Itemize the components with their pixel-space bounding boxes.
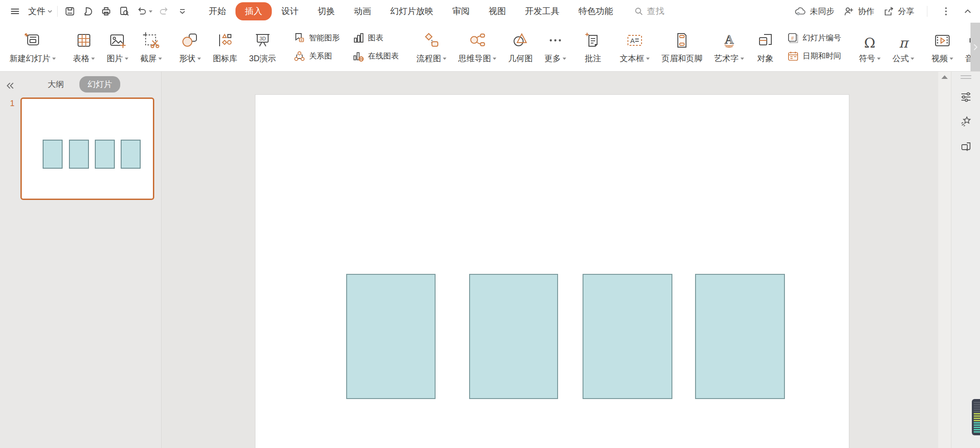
slide-number-label: 幻灯片编号 — [803, 33, 841, 43]
more-options-button[interactable] — [940, 4, 952, 19]
save-button[interactable] — [61, 4, 78, 19]
table-button[interactable]: 表格 — [67, 23, 101, 71]
online-chart-button[interactable]: 在线图表 — [353, 50, 399, 62]
redo-button[interactable] — [156, 4, 173, 19]
shapes-icon — [181, 30, 200, 50]
tab-insert[interactable]: 插入 — [235, 2, 272, 20]
smart-graphic-button[interactable]: 智能图形 — [294, 32, 340, 44]
new-slide-button[interactable]: 新建幻灯片 — [4, 23, 62, 71]
tab-review[interactable]: 审阅 — [443, 2, 479, 20]
undo-dropdown-caret[interactable] — [149, 10, 152, 13]
presentation-3d-label: 3D演示 — [249, 53, 276, 64]
dropdown-caret — [911, 58, 914, 60]
number-date-group: # 幻灯片编号 日期和时间 — [781, 23, 848, 71]
search-icon — [634, 7, 643, 16]
object-label: 对象 — [757, 53, 774, 64]
file-menu-label: 文件 — [28, 5, 45, 17]
search-button[interactable]: 查找 — [634, 5, 664, 17]
slide-shape-rectangle-3[interactable] — [583, 274, 672, 399]
customize-toolbar-button[interactable] — [174, 4, 191, 19]
chevron-right-icon — [973, 43, 978, 51]
slide-number-button[interactable]: # 幻灯片编号 — [787, 32, 841, 44]
print-button[interactable] — [98, 4, 115, 19]
shapes-button[interactable]: 形状 — [173, 23, 207, 71]
tab-slideshow[interactable]: 幻灯片放映 — [381, 2, 443, 20]
datetime-label: 日期和时间 — [803, 51, 841, 61]
share-button[interactable]: 分享 — [883, 6, 914, 17]
dropdown-caret — [197, 58, 201, 60]
object-properties-button[interactable] — [960, 91, 972, 103]
slide-thumbnail-number: 1 — [10, 99, 15, 108]
vertical-scrollbar[interactable] — [938, 72, 951, 448]
dropdown-caret — [740, 58, 744, 60]
undo-button[interactable] — [134, 4, 155, 19]
video-button[interactable]: 视频 — [926, 23, 959, 71]
tab-special-features[interactable]: 特色功能 — [569, 2, 622, 20]
symbol-label: 符号 — [859, 53, 875, 64]
picture-label: 图片 — [107, 53, 123, 64]
header-footer-button[interactable]: 页眉和页脚 — [656, 23, 708, 71]
tab-view[interactable]: 视图 — [479, 2, 515, 20]
relation-diagram-icon — [294, 50, 305, 62]
header-footer-label: 页眉和页脚 — [662, 53, 702, 64]
slide-shape-rectangle-2[interactable] — [469, 274, 558, 399]
wordart-label: 艺术字 — [714, 53, 739, 64]
tab-transition[interactable]: 切换 — [308, 2, 344, 20]
scroll-up-arrow-icon[interactable] — [941, 75, 948, 79]
dropdown-caret — [443, 58, 446, 60]
tab-devtools[interactable]: 开发工具 — [515, 2, 569, 20]
geometry-button[interactable]: 几何图 — [502, 23, 539, 71]
animation-pane-button[interactable] — [960, 115, 972, 128]
datetime-button[interactable]: 日期和时间 — [787, 50, 841, 62]
new-slide-icon — [23, 30, 42, 50]
slide-thumbnail-1[interactable] — [20, 97, 154, 200]
collapse-ribbon-button[interactable] — [961, 4, 975, 19]
hamburger-icon — [10, 6, 20, 16]
sidebar-drag-handle[interactable] — [960, 75, 971, 79]
svg-text:A: A — [630, 37, 635, 44]
comment-button[interactable]: 批注 — [578, 23, 608, 71]
symbol-button[interactable]: Ω 符号 — [853, 23, 887, 71]
ribbon-insert: 新建幻灯片 表格 图片 截屏 形状 — [0, 23, 980, 72]
icon-library-button[interactable]: 图标库 — [207, 23, 243, 71]
wordart-button[interactable]: A 艺术字 — [708, 23, 750, 71]
icon-library-icon — [216, 30, 235, 50]
recording-level-widget[interactable] — [972, 399, 980, 435]
file-menu-button[interactable]: 文件 — [25, 4, 54, 19]
shape-swap-button[interactable] — [960, 140, 972, 152]
object-button[interactable]: 对象 — [750, 23, 781, 71]
collaborate-button[interactable]: 协作 — [843, 6, 874, 17]
flowchart-button[interactable]: 流程图 — [411, 23, 452, 71]
export-button[interactable] — [79, 4, 97, 19]
print-preview-icon — [119, 6, 130, 17]
main-menu-button[interactable] — [6, 4, 24, 19]
picture-button[interactable]: 图片 — [101, 23, 134, 71]
object-icon — [756, 30, 775, 50]
mindmap-button[interactable]: 思维导图 — [452, 23, 502, 71]
screenshot-label: 截屏 — [140, 53, 157, 64]
dropdown-caret — [950, 58, 953, 60]
table-label: 表格 — [73, 53, 89, 64]
tab-animation[interactable]: 动画 — [344, 2, 381, 20]
tab-home[interactable]: 开始 — [199, 2, 235, 20]
sync-status-button[interactable]: 未同步 — [794, 6, 834, 17]
panel-tab-slides[interactable]: 幻灯片 — [79, 76, 120, 93]
icon-library-label: 图标库 — [213, 53, 237, 64]
share-label: 分享 — [898, 6, 914, 17]
print-preview-button[interactable] — [116, 4, 133, 19]
slide-shape-rectangle-4[interactable] — [695, 274, 785, 399]
more-insert-button[interactable]: 更多 — [539, 23, 572, 71]
presentation-3d-button[interactable]: 3D 3D演示 — [243, 23, 282, 71]
omega-icon: Ω — [864, 30, 876, 50]
tab-design[interactable]: 设计 — [272, 2, 308, 20]
screenshot-button[interactable]: 截屏 — [134, 23, 168, 71]
textbox-button[interactable]: A 文本框 — [614, 23, 656, 71]
save-icon — [64, 6, 75, 17]
ribbon-scroll-right-button[interactable] — [970, 23, 980, 71]
slide-shape-rectangle-1[interactable] — [346, 274, 436, 399]
formula-button[interactable]: π 公式 — [887, 23, 920, 71]
panel-tab-outline[interactable]: 大纲 — [41, 76, 70, 93]
comment-icon — [583, 30, 603, 50]
relation-diagram-button[interactable]: 关系图 — [294, 50, 340, 62]
chart-button[interactable]: 图表 — [353, 32, 399, 44]
